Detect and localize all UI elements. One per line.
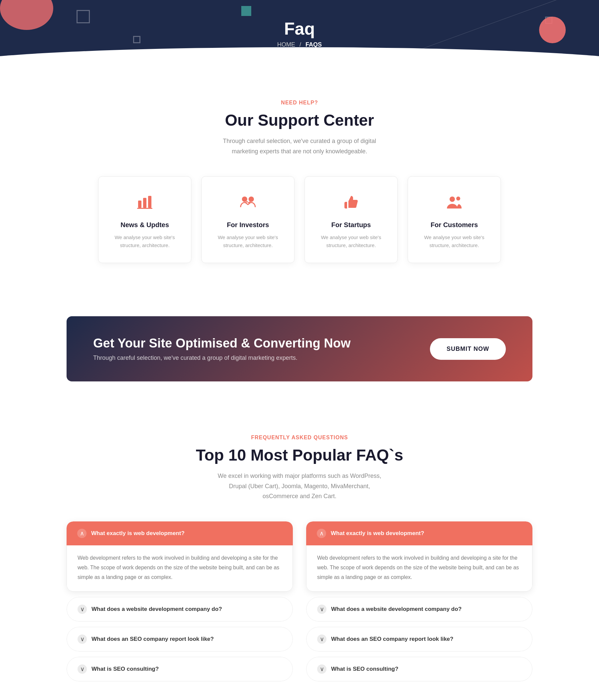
faq-item-left-4: ∨ What is SEO consulting?	[67, 657, 293, 681]
deco-square-2	[241, 6, 251, 16]
cta-title: Get Your Site Optimised & Converting Now	[93, 336, 351, 350]
faq-answer-left-1: Web development refers to the work invol…	[77, 553, 282, 582]
faq-col-right: ∧ What exactly is web development? Web d…	[306, 521, 532, 687]
faq-header-right-4[interactable]: ∨ What is SEO consulting?	[306, 657, 532, 681]
faq-description: We excel in working with major platforms…	[216, 471, 383, 501]
cta-banner: Get Your Site Optimised & Converting Now…	[67, 316, 532, 381]
faq-question-left-4: What is SEO consulting?	[92, 666, 282, 672]
faq-header-left-4[interactable]: ∨ What is SEO consulting?	[67, 657, 293, 681]
card-startups: For Startups We analyse your web site's …	[305, 176, 398, 263]
faq-col-left: ∧ What exactly is web development? Web d…	[67, 521, 293, 687]
card-news-desc: We analyse your web site's structure, ar…	[109, 233, 181, 249]
faq-question-left-3: What does an SEO company report look lik…	[92, 636, 282, 643]
cta-description: Through careful selection, we've curated…	[93, 354, 351, 361]
faq-header-right-1[interactable]: ∧ What exactly is web development?	[306, 521, 532, 545]
svg-rect-0	[138, 201, 141, 208]
faq-header-left-2[interactable]: ∨ What does a website development compan…	[67, 597, 293, 622]
cards-row: News & Updtes We analyse your web site's…	[67, 176, 532, 263]
card-startups-desc: We analyse your web site's structure, ar…	[315, 233, 387, 249]
svg-rect-1	[143, 198, 146, 208]
card-investors-title: For Investors	[212, 221, 284, 229]
deco-square-1	[76, 10, 90, 23]
breadcrumb: HOME / FAQS	[277, 41, 322, 48]
faq-header-left-3[interactable]: ∨ What does an SEO company report look l…	[67, 627, 293, 651]
faq-item-left-2: ∨ What does a website development compan…	[67, 597, 293, 622]
support-section: NEED HELP? Our Support Center Through ca…	[0, 67, 599, 290]
card-customers-title: For Customers	[418, 221, 490, 229]
faq-item-right-3: ∨ What does an SEO company report look l…	[306, 627, 532, 651]
faq-header-left-1[interactable]: ∧ What exactly is web development?	[67, 521, 293, 545]
faq-item-right-4: ∨ What is SEO consulting?	[306, 657, 532, 681]
faq-header-right-2[interactable]: ∨ What does a website development compan…	[306, 597, 532, 622]
faq-item-left-3: ∨ What does an SEO company report look l…	[67, 627, 293, 651]
breadcrumb-sep: /	[300, 41, 301, 48]
handshake-icon	[212, 193, 284, 215]
faq-question-left-2: What does a website development company …	[92, 606, 282, 612]
faq-chevron-left-2: ∨	[77, 604, 87, 614]
submit-now-button[interactable]: SUBMIT NOW	[430, 338, 506, 360]
page-title: Faq	[284, 19, 315, 39]
breadcrumb-current: FAQS	[306, 41, 322, 48]
card-customers-desc: We analyse your web site's structure, ar…	[418, 233, 490, 249]
faq-pairs: ∧ What exactly is web development? Web d…	[67, 521, 532, 687]
faq-body-right-1: Web development refers to the work invol…	[306, 545, 532, 592]
svg-point-4	[242, 197, 247, 202]
faq-body-left-1: Web development refers to the work invol…	[67, 545, 293, 592]
card-news: News & Updtes We analyse your web site's…	[98, 176, 191, 263]
svg-rect-3	[137, 208, 152, 209]
faq-tag: FREQUENTLY ASKED QUESTIONS	[67, 435, 532, 441]
deco-blob	[0, 0, 53, 30]
card-investors-desc: We analyse your web site's structure, ar…	[212, 233, 284, 249]
faq-section: FREQUENTLY ASKED QUESTIONS Top 10 Most P…	[0, 408, 599, 700]
bar-chart-icon	[109, 193, 181, 215]
support-tag: NEED HELP?	[67, 100, 532, 106]
svg-rect-2	[148, 196, 151, 208]
thumbsup-icon	[315, 193, 387, 215]
faq-chevron-right-1: ∧	[317, 529, 326, 538]
card-investors: For Investors We analyse your web site's…	[201, 176, 294, 263]
faq-chevron-right-2: ∨	[317, 604, 327, 614]
faq-answer-right-1: Web development refers to the work invol…	[317, 553, 522, 582]
card-customers: For Customers We analyse your web site's…	[408, 176, 501, 263]
deco-circle	[539, 17, 566, 43]
svg-point-6	[450, 197, 455, 202]
faq-question-right-4: What is SEO consulting?	[331, 666, 522, 672]
card-startups-title: For Startups	[315, 221, 387, 229]
faq-question-right-2: What does a website development company …	[331, 606, 522, 612]
faq-chevron-left-3: ∨	[77, 634, 87, 644]
svg-point-5	[248, 197, 254, 202]
faq-item-right-2: ∨ What does a website development compan…	[306, 597, 532, 622]
faq-header-right-3[interactable]: ∨ What does an SEO company report look l…	[306, 627, 532, 651]
faq-question-right-3: What does an SEO company report look lik…	[331, 636, 522, 643]
support-title: Our Support Center	[67, 111, 532, 129]
faq-question-right-1: What exactly is web development?	[331, 530, 522, 537]
faq-chevron-left-1: ∧	[77, 529, 87, 538]
cta-text-block: Get Your Site Optimised & Converting Now…	[93, 336, 351, 361]
faq-question-left-1: What exactly is web development?	[91, 530, 282, 537]
faq-item-left-1: ∧ What exactly is web development? Web d…	[67, 521, 293, 592]
svg-point-7	[456, 197, 460, 201]
breadcrumb-home[interactable]: HOME	[277, 41, 295, 48]
faq-item-right-1: ∧ What exactly is web development? Web d…	[306, 521, 532, 592]
faq-chevron-right-4: ∨	[317, 665, 327, 674]
support-description: Through careful selection, we've curated…	[216, 136, 383, 156]
deco-square-3	[133, 36, 140, 43]
card-news-title: News & Updtes	[109, 221, 181, 229]
faq-title: Top 10 Most Popular FAQ`s	[67, 446, 532, 464]
hero-header: Faq HOME / FAQS	[0, 0, 599, 67]
faq-chevron-left-4: ∨	[77, 665, 87, 674]
users-icon	[418, 193, 490, 215]
faq-chevron-right-3: ∨	[317, 634, 327, 644]
